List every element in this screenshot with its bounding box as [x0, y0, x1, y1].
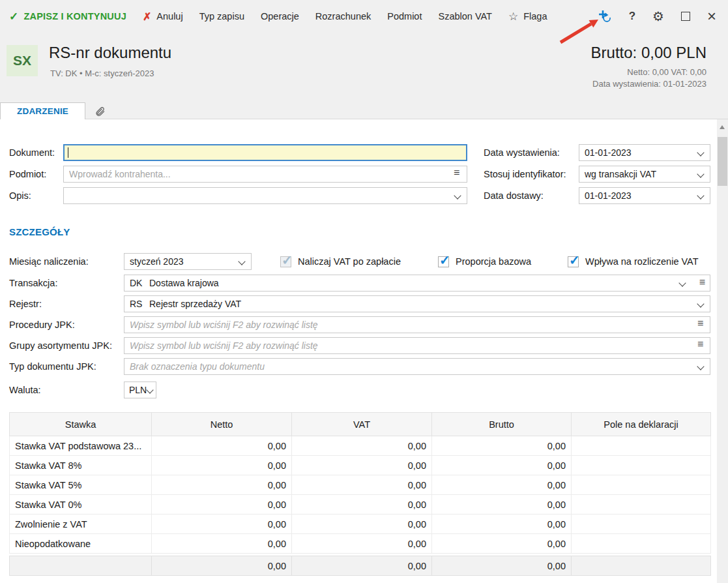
brutto-cell[interactable]: 0,00 — [432, 436, 572, 456]
document-window: ✓ ZAPISZ I KONTYNUUJ ✗ Anuluj Typ zapisu… — [0, 0, 728, 583]
col-pole-deklaracji: Pole na deklaracji — [572, 413, 711, 436]
scrollbar-thumb[interactable] — [718, 137, 727, 186]
menu-rozrachunek[interactable]: Rozrachunek — [315, 11, 371, 22]
miesiac-select[interactable]: styczeń 2023 — [124, 253, 252, 270]
netto-cell[interactable]: 0,00 — [152, 515, 292, 534]
vat-summary-row: 0,00 0,00 0,00 — [9, 556, 711, 576]
checkbox-naliczaj-vat[interactable]: ✓ Naliczaj VAT po zapłacie — [280, 255, 401, 268]
save-and-continue-button[interactable]: ✓ ZAPISZ I KONTYNUUJ — [9, 10, 126, 23]
stawka-cell: Zwolnienie z VAT — [10, 515, 152, 534]
vat-cell[interactable]: 0,00 — [292, 456, 432, 475]
menu-operacje[interactable]: Operacje — [261, 11, 299, 22]
cancel-label: Anuluj — [156, 11, 182, 22]
maximize-button[interactable] — [681, 12, 690, 21]
brutto-cell[interactable]: 0,00 — [432, 534, 572, 554]
paperclip-icon — [95, 106, 106, 117]
vertical-scrollbar[interactable] — [717, 119, 728, 583]
vat-cell[interactable]: 0,00 — [292, 534, 432, 554]
vat-cell[interactable]: 0,00 — [292, 515, 432, 534]
vat-cell[interactable]: 0,00 — [292, 495, 432, 515]
vat-cell[interactable]: 0,00 — [292, 475, 432, 495]
netto-cell[interactable]: 0,00 — [152, 495, 292, 515]
page-subtitle: TV: DK • M-c: styczeń-2023 — [50, 68, 154, 78]
col-vat: VAT — [292, 413, 432, 436]
summary-stawka-cell — [10, 556, 152, 576]
menu-rozrachunek-label: Rozrachunek — [315, 11, 371, 22]
summary-brutto-cell: 0,00 — [432, 556, 572, 576]
typ-jpk-select[interactable]: Brak oznaczenia typu dokumentu — [124, 358, 710, 375]
chevron-down-icon — [697, 300, 704, 307]
document-type-badge: SX — [7, 45, 38, 76]
menu-szablon-vat[interactable]: Szablon VAT — [438, 11, 491, 22]
transakcja-select[interactable]: DK Dostawa krajowa ≡ — [124, 275, 710, 292]
tab-strip: ZDARZENIE — [0, 102, 728, 119]
transakcja-list-icon[interactable]: ≡ — [699, 277, 705, 288]
menu-typ-zapisu[interactable]: Typ zapisu — [199, 11, 244, 22]
stawka-cell: Nieopodatkowane — [10, 534, 152, 554]
checkbox-wplywa-na-rozliczenie[interactable]: ✓ Wpływa na rozliczenie VAT — [568, 255, 699, 268]
chevron-down-icon — [697, 149, 704, 156]
help-button[interactable]: ? — [629, 10, 635, 23]
opis-select[interactable] — [63, 187, 467, 204]
podmiot-input[interactable] — [63, 166, 467, 183]
text-caret — [68, 147, 68, 158]
rejestr-select[interactable]: RS Rejestr sprzedaży VAT — [124, 295, 710, 312]
pole-cell[interactable] — [572, 475, 711, 495]
vat-cell[interactable]: 0,00 — [292, 436, 432, 456]
scroll-up-icon[interactable] — [720, 125, 725, 129]
pole-cell[interactable] — [572, 534, 711, 554]
stawka-cell: Stawka VAT 5% — [10, 475, 152, 495]
menu-operacje-label: Operacje — [261, 11, 299, 22]
tab-zdarzenie[interactable]: ZDARZENIE — [0, 102, 85, 119]
procedury-jpk-input[interactable] — [124, 316, 710, 333]
stosuj-identyfikator-select[interactable]: wg transakcji VAT — [579, 166, 710, 183]
summary-row: 0,00 0,00 0,00 — [10, 556, 711, 576]
brutto-cell[interactable]: 0,00 — [432, 515, 572, 534]
pole-cell[interactable] — [572, 436, 711, 456]
brutto-cell[interactable]: 0,00 — [432, 456, 572, 475]
brutto-cell[interactable]: 0,00 — [432, 495, 572, 515]
pole-cell[interactable] — [572, 495, 711, 515]
issue-date-text: Data wystawienia: 01-01-2023 — [591, 79, 706, 89]
waluta-label: Waluta: — [9, 385, 41, 395]
netto-cell[interactable]: 0,00 — [152, 436, 292, 456]
col-netto: Netto — [152, 413, 292, 436]
miesiac-label: Miesiąc naliczenia: — [9, 256, 89, 267]
chevron-down-icon — [697, 170, 704, 177]
rejestr-code: RS — [130, 299, 149, 309]
check-icon: ✓ — [9, 10, 18, 23]
netto-cell[interactable]: 0,00 — [152, 475, 292, 495]
col-stawka: Stawka — [10, 413, 152, 436]
tab-attachments[interactable] — [85, 102, 114, 119]
cancel-icon: ✗ — [143, 10, 151, 23]
dokument-input[interactable] — [63, 144, 467, 161]
checkbox-box: ✓ — [438, 256, 449, 267]
pole-cell[interactable] — [572, 456, 711, 475]
menu-typ-zapisu-label: Typ zapisu — [199, 11, 244, 22]
brutto-cell[interactable]: 0,00 — [432, 475, 572, 495]
netto-vat-total: Netto: 0,00 VAT: 0,00 — [591, 67, 706, 77]
netto-cell[interactable]: 0,00 — [152, 534, 292, 554]
pole-cell[interactable] — [572, 515, 711, 534]
check-icon: ✓ — [569, 252, 580, 268]
details-section-title: SZCZEGÓŁY — [9, 226, 70, 237]
menu-podmiot[interactable]: Podmiot — [387, 11, 422, 22]
checkbox-proporcja-bazowa-label: Proporcja bazowa — [456, 256, 531, 267]
dokument-label: Dokument: — [9, 147, 55, 158]
flag-label: Flaga — [523, 11, 547, 22]
check-icon: ✓ — [282, 252, 293, 268]
data-wystawienia-select[interactable]: 01-01-2023 — [579, 144, 710, 161]
grupy-jpk-input[interactable] — [124, 337, 710, 354]
flag-button[interactable]: ☆ Flaga — [508, 10, 547, 23]
netto-cell[interactable]: 0,00 — [152, 456, 292, 475]
rejestr-label: Rejestr: — [9, 299, 42, 309]
chevron-down-icon — [238, 258, 245, 265]
waluta-select[interactable]: PLN — [124, 381, 156, 398]
table-header-row: Stawka Netto VAT Brutto Pole na deklarac… — [10, 413, 711, 436]
data-dostawy-select[interactable]: 01-01-2023 — [579, 187, 710, 204]
cancel-button[interactable]: ✗ Anuluj — [143, 10, 183, 23]
checkbox-proporcja-bazowa[interactable]: ✓ Proporcja bazowa — [438, 255, 531, 268]
close-button[interactable]: × — [707, 8, 716, 24]
stawka-cell: Stawka VAT 8% — [10, 456, 152, 475]
settings-button[interactable]: ⚙ — [652, 10, 664, 23]
